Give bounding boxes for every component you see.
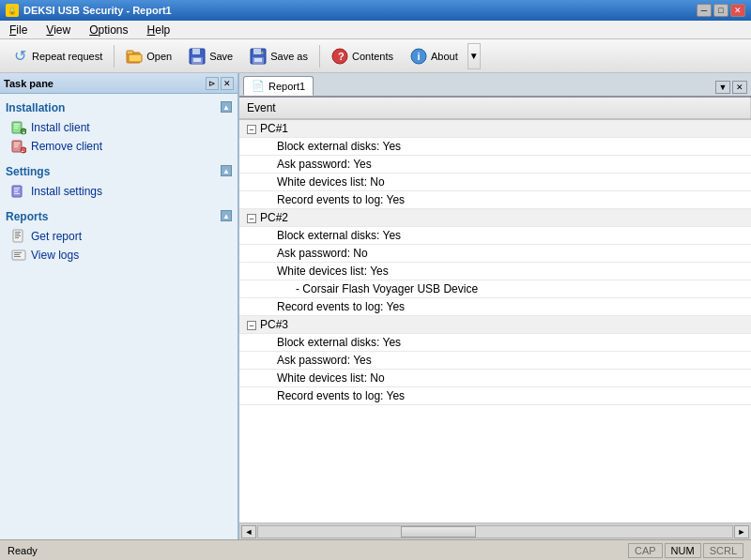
scroll-right-button[interactable]: ► (734, 525, 749, 538)
svg-text:+: + (23, 129, 26, 135)
svg-text:?: ? (338, 51, 345, 62)
contents-label: Contents (352, 51, 393, 62)
table-row: Record events to log: Yes (239, 387, 751, 405)
task-pane-header: Task pane ⊳ ✕ (0, 73, 238, 94)
svg-rect-41 (14, 256, 21, 257)
table-row: Record events to log: Yes (239, 191, 751, 209)
pc-collapse-button[interactable]: − (247, 214, 256, 223)
report-tabs-left: 📄 Report1 (243, 76, 314, 96)
caps-lock-indicator: CAP (628, 543, 663, 558)
svg-rect-18 (14, 126, 19, 127)
svg-rect-4 (192, 49, 200, 54)
svg-rect-36 (15, 235, 21, 236)
horizontal-scrollbar[interactable]: ◄ ► (239, 522, 751, 539)
table-row: White devices list: No (239, 370, 751, 387)
table-row: −PC#1 (239, 119, 751, 138)
task-pane-title: Task pane (4, 78, 54, 89)
scroll-lock-indicator: SCRL (703, 543, 743, 558)
sidebar-item-remove-client[interactable]: - Remove client (6, 137, 232, 156)
contents-button[interactable]: ? Contents (324, 43, 401, 69)
install-client-label: Install client (31, 121, 90, 134)
table-row: Block external disks: Yes (239, 227, 751, 245)
repeat-icon: ↺ (11, 48, 28, 65)
sidebar-item-install-client[interactable]: + Install client (6, 118, 232, 137)
report-table-area[interactable]: Event −PC#1Block external disks: YesAsk … (239, 98, 751, 522)
menu-help[interactable]: Help (142, 22, 176, 38)
report-tab-icon: 📄 (252, 80, 265, 92)
maximize-button[interactable]: □ (713, 4, 728, 17)
about-icon: i (410, 48, 427, 65)
svg-text:+: + (260, 50, 264, 56)
report-tab-1[interactable]: 📄 Report1 (243, 76, 314, 96)
svg-rect-35 (15, 234, 20, 235)
about-button[interactable]: i About (403, 43, 466, 69)
svg-rect-40 (14, 254, 20, 255)
get-report-label: Get report (31, 230, 82, 243)
report-area: 📄 Report1 ▼ ✕ Event −PC#1Block external … (239, 73, 751, 539)
table-row: Record events to log: Yes (239, 298, 751, 316)
svg-rect-2 (129, 54, 142, 62)
reports-label: Reports (6, 210, 48, 223)
table-row: White devices list: Yes (239, 263, 751, 280)
save-as-button[interactable]: + Save as (242, 43, 315, 69)
report-tab-dropdown-button[interactable]: ▼ (715, 81, 730, 94)
open-button[interactable]: Open (118, 43, 179, 69)
installation-collapse-button[interactable]: ▲ (221, 101, 232, 113)
svg-rect-19 (14, 128, 18, 129)
minimize-button[interactable]: ─ (697, 4, 712, 17)
view-logs-icon (11, 248, 26, 263)
toolbar-sep-2 (319, 45, 320, 68)
reports-collapse-button[interactable]: ▲ (221, 210, 232, 221)
get-report-icon (11, 229, 26, 244)
menu-view[interactable]: View (40, 22, 76, 38)
scroll-thumb[interactable] (401, 526, 476, 537)
install-settings-label: Install settings (31, 185, 102, 198)
svg-rect-31 (14, 191, 18, 192)
menu-file[interactable]: File (4, 22, 33, 38)
status-text: Ready (8, 545, 38, 556)
table-row: Ask password: Yes (239, 352, 751, 370)
repeat-request-button[interactable]: ↺ Repeat request (4, 43, 110, 69)
sidebar-item-view-logs[interactable]: View logs (6, 246, 232, 265)
title-bar-controls: ─ □ ✕ (697, 4, 745, 17)
svg-rect-37 (15, 237, 19, 238)
settings-collapse-button[interactable]: ▲ (221, 165, 232, 176)
toolbar-sep-1 (114, 45, 115, 68)
settings-section-header: ▲ Settings (6, 165, 232, 178)
task-pane-pin-button[interactable]: ⊳ (206, 77, 219, 90)
table-row: - Corsair Flash Voyager USB Device (239, 280, 751, 298)
contents-icon: ? (331, 48, 348, 65)
report-tab-close-button[interactable]: ✕ (732, 81, 747, 94)
title-bar: 🔒 DEKSI USB Security - Report1 ─ □ ✕ (0, 0, 751, 21)
task-pane: Task pane ⊳ ✕ ▲ Installation (0, 73, 239, 539)
pc-collapse-button[interactable]: − (247, 321, 256, 330)
reports-section-header: ▲ Reports (6, 210, 232, 223)
scroll-track[interactable] (257, 525, 733, 538)
close-button[interactable]: ✕ (730, 4, 745, 17)
status-bar: Ready CAP NUM SCRL (0, 539, 751, 560)
task-pane-controls: ⊳ ✕ (206, 77, 234, 90)
task-pane-content: ▲ Installation + Install client (0, 94, 238, 539)
save-button[interactable]: Save (181, 43, 240, 69)
task-pane-close-button[interactable]: ✕ (221, 77, 234, 90)
sidebar-item-install-settings[interactable]: Install settings (6, 182, 232, 201)
menu-options[interactable]: Options (84, 22, 133, 38)
pc-collapse-button[interactable]: − (247, 125, 256, 134)
report-table: Event −PC#1Block external disks: YesAsk … (239, 98, 751, 405)
main-area: Task pane ⊳ ✕ ▲ Installation (0, 73, 751, 539)
open-icon (126, 48, 143, 65)
toolbar-overflow[interactable]: ▼ (467, 43, 481, 69)
status-panels: CAP NUM SCRL (628, 543, 743, 558)
svg-rect-29 (14, 188, 20, 189)
scroll-left-button[interactable]: ◄ (241, 525, 256, 538)
table-row: −PC#3 (239, 316, 751, 334)
sidebar-item-get-report[interactable]: Get report (6, 227, 232, 246)
save-label: Save (209, 51, 233, 62)
installation-label: Installation (6, 101, 65, 114)
event-column-header: Event (239, 98, 751, 119)
open-label: Open (146, 51, 172, 62)
repeat-request-label: Repeat request (32, 51, 102, 62)
table-row: Ask password: Yes (239, 156, 751, 174)
view-logs-label: View logs (31, 249, 79, 262)
menu-bar: File View Options Help (0, 21, 751, 39)
